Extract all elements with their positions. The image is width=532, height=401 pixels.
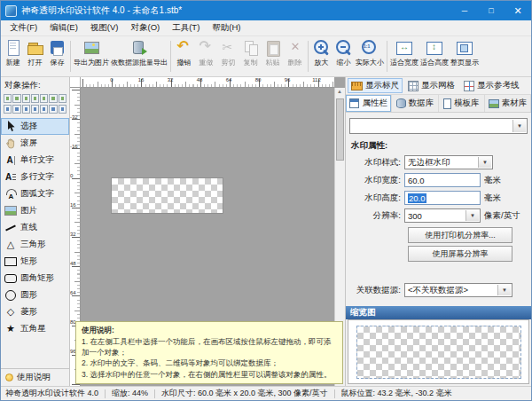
datasource-select[interactable]: <不关联数据源> xyxy=(404,283,512,297)
style-select[interactable]: 无边框水印 xyxy=(404,155,493,169)
align-right-icon[interactable] xyxy=(22,105,30,114)
use-printer-dpi-button[interactable]: 使用打印机分辨率... xyxy=(408,227,512,243)
delete-button[interactable]: 删除 xyxy=(284,37,306,75)
datasource-row: 关联数据源: <不关联数据源> xyxy=(346,281,531,299)
distribute-icon[interactable] xyxy=(59,105,66,114)
lock-icon[interactable] xyxy=(59,94,66,103)
status-mouse-position: 鼠标位置: 43.2 毫米, -30.2 毫米 xyxy=(341,388,452,399)
tool-multi-line-text[interactable]: 多行文字 xyxy=(1,169,69,185)
show-guides-toggle[interactable]: 显示参考线 xyxy=(460,78,523,93)
align-center-icon[interactable] xyxy=(12,105,20,114)
layer-ops-row xyxy=(1,93,69,104)
align-middle-icon[interactable] xyxy=(40,105,48,114)
fit-width-button[interactable]: 适合宽度 xyxy=(389,37,419,75)
redo-icon xyxy=(198,39,215,57)
chevron-down-icon[interactable] xyxy=(466,210,479,221)
menu-file[interactable]: 文件(F) xyxy=(4,20,43,35)
dpi-select[interactable]: 300 xyxy=(404,208,481,223)
minimize-icon[interactable]: ─ xyxy=(451,1,478,20)
maximize-icon[interactable]: □ xyxy=(478,1,505,20)
open-button[interactable]: 打开 xyxy=(24,37,46,75)
menu-object[interactable]: 对象(O) xyxy=(124,20,166,35)
height-input[interactable]: 20.0 xyxy=(404,191,481,205)
tab-assets[interactable]: 素材库 xyxy=(485,95,531,112)
batch-export-button[interactable]: 依数据源批量导出 xyxy=(110,37,168,75)
use-screen-dpi-button[interactable]: 使用屏幕分辨率 xyxy=(408,246,512,262)
thumbnail-preview xyxy=(348,319,529,384)
chevron-down-icon[interactable] xyxy=(512,120,526,132)
align-left-icon[interactable] xyxy=(4,105,12,114)
align-bottom-icon[interactable] xyxy=(49,105,57,114)
menu-edit[interactable]: 编辑(E) xyxy=(43,20,84,35)
show-grid-toggle[interactable]: 显示网格 xyxy=(404,78,458,93)
close-icon[interactable]: ✕ xyxy=(505,1,531,20)
zoom-out-button[interactable]: 缩小 xyxy=(332,37,355,75)
ruler-label: 48 xyxy=(197,77,203,83)
cut-button[interactable]: 剪切 xyxy=(217,37,239,75)
ruler-label: 96 xyxy=(285,77,291,83)
properties-panel: 显示标尺 显示网格 显示参考线 属性栏 数据库 模板库 素材库 水印属性: 水印… xyxy=(345,77,531,386)
fit-height-button[interactable]: 适合高度 xyxy=(419,37,450,75)
height-value: 20.0 xyxy=(408,193,426,203)
watermark-properties-title: 水印属性: xyxy=(346,138,531,153)
status-zoom: 缩放: 44% xyxy=(112,388,148,399)
tool-image[interactable]: 图片 xyxy=(1,202,69,219)
watermark-document[interactable] xyxy=(112,178,223,213)
tool-diamond[interactable]: 菱形 xyxy=(1,303,69,320)
lightbulb-icon xyxy=(5,373,13,381)
toggle-label: 显示参考线 xyxy=(477,80,520,91)
status-separator xyxy=(105,389,106,398)
tool-circle[interactable]: 圆形 xyxy=(1,287,69,303)
chevron-down-icon[interactable] xyxy=(497,285,511,295)
menu-tools[interactable]: 工具(T) xyxy=(166,20,206,35)
paste-button[interactable]: 粘贴 xyxy=(262,37,284,75)
tool-single-line-text[interactable]: 单行文字 xyxy=(1,152,69,169)
canvas-area: 0 16 32 48 64 80 96 112 -32 -16 0 16 32 … xyxy=(70,77,345,386)
width-input[interactable]: 60.0 xyxy=(404,173,481,187)
tool-pan[interactable]: 滚屏 xyxy=(1,135,69,152)
tool-star[interactable]: 五角星 xyxy=(1,320,69,337)
ruler-corner xyxy=(70,77,81,88)
save-button[interactable]: 保存 xyxy=(46,37,68,75)
actual-size-button[interactable]: 实际大小 xyxy=(355,37,385,75)
bring-to-front-icon[interactable] xyxy=(4,94,12,103)
copy-button[interactable]: 复制 xyxy=(239,37,262,75)
tab-templates[interactable]: 模板库 xyxy=(439,95,485,112)
group-icon[interactable] xyxy=(40,94,48,103)
tool-arc-text[interactable]: 圆弧文字 xyxy=(1,185,69,202)
align-top-icon[interactable] xyxy=(31,105,39,114)
tab-properties[interactable]: 属性栏 xyxy=(346,95,392,112)
chevron-down-icon[interactable] xyxy=(478,157,491,168)
ruler-label: 0 xyxy=(70,173,80,178)
tool-line[interactable]: 直线 xyxy=(1,219,69,236)
tool-rectangle[interactable]: 矩形 xyxy=(1,253,69,270)
menu-view[interactable]: 视图(V) xyxy=(84,20,125,35)
ungroup-icon[interactable] xyxy=(49,94,57,103)
image-icon xyxy=(4,206,17,216)
redo-button[interactable]: 重做 xyxy=(195,37,217,75)
new-button[interactable]: 新建 xyxy=(2,37,24,75)
show-ruler-toggle[interactable]: 显示标尺 xyxy=(348,78,403,93)
statusbar: 神奇透明水印设计软件 4.0 缩放: 44% 水印尺寸: 60.0 毫米 x 2… xyxy=(1,386,531,400)
undo-button[interactable]: 撤销 xyxy=(173,37,195,75)
zoom-in-button[interactable]: 放大 xyxy=(310,37,332,75)
help-button[interactable]: 使用说明 xyxy=(1,368,69,386)
move-up-layer-icon[interactable] xyxy=(22,94,30,103)
tool-triangle[interactable]: 三角形 xyxy=(1,236,69,253)
tab-database[interactable]: 数据库 xyxy=(392,95,438,112)
tool-rounded-rectangle[interactable]: 圆角矩形 xyxy=(1,270,69,287)
tool-select[interactable]: 选择 xyxy=(1,118,69,135)
scrollbar-thumb[interactable] xyxy=(336,98,344,161)
window-title: 神奇透明水印设计软件 4.0 - 未命名1.stb* xyxy=(21,4,447,17)
menu-help[interactable]: 帮助(H) xyxy=(206,20,246,35)
fit-page-button[interactable]: 整页显示 xyxy=(450,37,480,75)
horizontal-ruler[interactable]: 0 16 32 48 64 80 96 112 xyxy=(81,77,334,88)
toolbar-label: 缩小 xyxy=(337,58,351,67)
export-image-button[interactable]: 导出为图片 xyxy=(73,37,110,75)
move-down-layer-icon[interactable] xyxy=(31,94,39,103)
star-icon xyxy=(4,323,17,335)
actual-size-icon xyxy=(361,39,379,57)
object-selector-dropdown[interactable] xyxy=(349,118,528,134)
tab-label: 数据库 xyxy=(409,98,434,109)
send-to-back-icon[interactable] xyxy=(12,94,20,103)
